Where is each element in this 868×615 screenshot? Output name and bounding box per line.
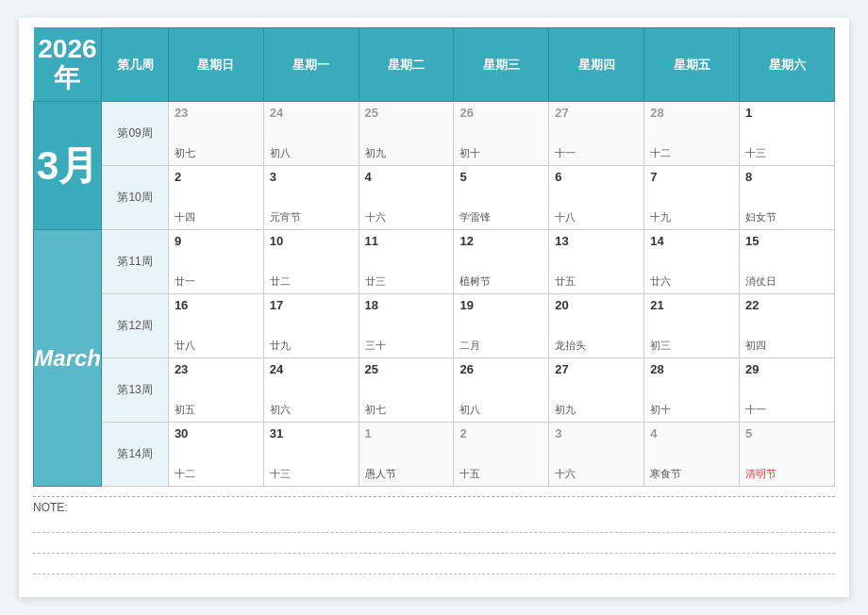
lunar-text: 初七 [365, 403, 386, 417]
day-number: 4 [365, 170, 448, 184]
day-number: 23 [175, 362, 258, 376]
day-number: 26 [459, 106, 542, 120]
week-num-cell: 第12周 [102, 294, 169, 358]
lunar-text: 愚人节 [365, 467, 396, 481]
fri-header: 星期五 [644, 27, 740, 101]
day-number: 2 [175, 170, 258, 184]
day-cell: 31十三 [263, 423, 359, 487]
lunar-text: 十一 [555, 146, 576, 160]
week-num-cell: 第14周 [102, 423, 169, 487]
lunar-text: 三十 [365, 339, 386, 353]
day-number: 11 [365, 234, 448, 248]
day-number: 5 [745, 426, 828, 440]
lunar-text: 十六 [365, 210, 386, 224]
lunar-text: 廿三 [365, 274, 386, 289]
day-number: 25 [365, 362, 448, 376]
day-number: 1 [365, 426, 448, 440]
note-section: NOTE: [33, 496, 835, 574]
day-cell: 3十六 [549, 423, 644, 487]
day-cell: 1十三 [740, 102, 835, 166]
day-cell: 11廿三 [359, 230, 454, 294]
day-number: 15 [745, 234, 828, 248]
day-cell: 22初四 [740, 294, 835, 358]
calendar-table: 2026年 第几周 星期日 星期一 星期二 星期三 星期四 星期五 星期六 3月… [33, 27, 835, 487]
day-cell: 30十二 [168, 423, 263, 487]
day-cell: 28初十 [644, 358, 740, 423]
day-cell: 2十五 [454, 423, 549, 487]
day-number: 29 [745, 362, 828, 376]
day-number: 17 [270, 298, 353, 312]
year-cell: 2026年 [34, 27, 102, 101]
lunar-text: 廿二 [270, 274, 291, 289]
day-number: 9 [175, 234, 258, 248]
day-cell: 8妇女节 [740, 166, 835, 230]
sun-header: 星期日 [168, 27, 263, 101]
day-number: 18 [365, 298, 448, 312]
day-cell: 26初十 [454, 102, 549, 166]
tue-header: 星期二 [359, 27, 454, 101]
week-num-cell: 第09周 [102, 102, 169, 166]
day-cell: 21初三 [644, 294, 740, 358]
lunar-text: 元宵节 [270, 210, 301, 224]
day-number: 20 [555, 298, 638, 312]
day-cell: 27初九 [549, 358, 644, 423]
lunar-text: 初十 [650, 403, 671, 417]
note-label: NOTE: [33, 497, 835, 516]
day-number: 16 [175, 298, 258, 312]
day-cell: 17廿九 [263, 294, 359, 358]
day-number: 5 [459, 170, 542, 184]
lunar-text: 初七 [175, 146, 195, 160]
wed-header: 星期三 [454, 27, 549, 101]
day-cell: 16廿八 [168, 294, 263, 358]
day-cell: 10廿二 [263, 230, 359, 294]
lunar-text: 廿五 [555, 274, 576, 289]
lunar-text: 廿一 [175, 274, 195, 289]
day-cell: 9廿一 [168, 230, 263, 294]
day-number: 21 [650, 298, 733, 312]
lunar-text: 廿八 [175, 339, 195, 353]
day-number: 31 [270, 426, 353, 440]
lunar-text: 初五 [175, 403, 195, 417]
day-number: 8 [745, 170, 828, 184]
day-number: 2 [459, 426, 542, 440]
lunar-text: 十八 [555, 210, 576, 224]
week-num-cell: 第11周 [102, 230, 169, 294]
day-cell: 7十九 [644, 166, 740, 230]
lunar-text: 消仗日 [745, 274, 776, 289]
lunar-text: 妇女节 [745, 210, 776, 224]
calendar-container: 2026年 第几周 星期日 星期一 星期二 星期三 星期四 星期五 星期六 3月… [19, 18, 849, 597]
lunar-text: 初三 [650, 339, 671, 353]
day-number: 27 [555, 106, 638, 120]
lunar-text: 学雷锋 [459, 210, 491, 224]
day-number: 26 [459, 362, 542, 376]
lunar-text: 十三 [745, 146, 766, 160]
day-number: 24 [270, 362, 353, 376]
day-cell: 5清明节 [740, 423, 835, 487]
lunar-text: 龙抬头 [555, 339, 586, 353]
day-cell: 4寒食节 [644, 423, 740, 487]
day-number: 1 [745, 106, 828, 120]
day-cell: 15消仗日 [740, 230, 835, 294]
day-number: 4 [650, 426, 733, 440]
lunar-text: 初九 [365, 146, 386, 160]
day-number: 12 [459, 234, 542, 248]
day-number: 7 [650, 170, 733, 184]
lunar-text: 初六 [270, 403, 291, 417]
note-line-2 [33, 537, 835, 554]
thu-header: 星期四 [549, 27, 644, 101]
week-num-cell: 第13周 [102, 358, 169, 423]
lunar-text: 廿九 [270, 339, 291, 353]
day-number: 25 [365, 106, 448, 120]
day-number: 22 [745, 298, 828, 312]
day-cell: 25初七 [359, 358, 454, 423]
day-number: 24 [270, 106, 353, 120]
march-cell: March [34, 230, 102, 487]
lunar-text: 十九 [650, 210, 671, 224]
day-cell: 4十六 [359, 166, 454, 230]
day-cell: 29十一 [740, 358, 835, 423]
day-number: 3 [555, 426, 638, 440]
day-cell: 18三十 [359, 294, 454, 358]
day-number: 13 [555, 234, 638, 248]
lunar-text: 十四 [175, 210, 195, 224]
day-cell: 1愚人节 [359, 423, 454, 487]
